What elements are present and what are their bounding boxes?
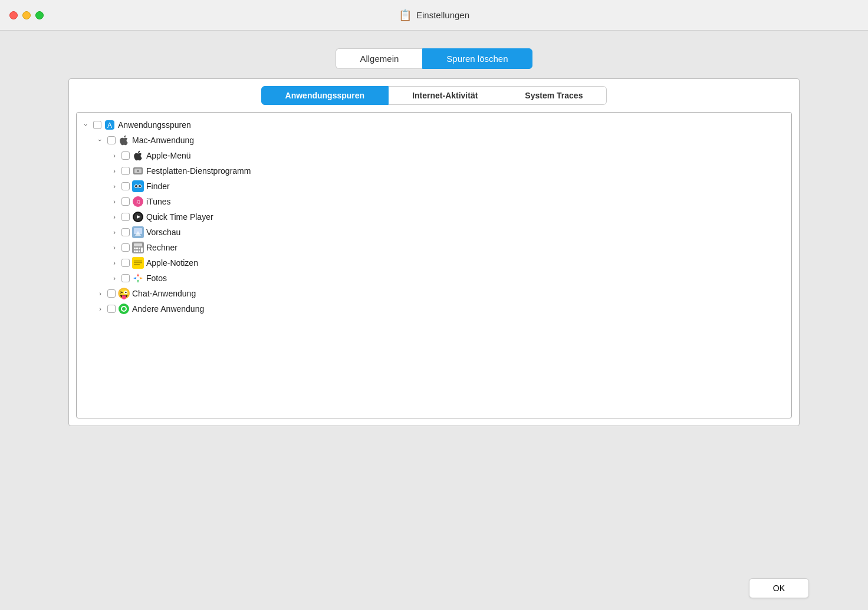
tree-row-fotos: › Fotos	[79, 271, 789, 286]
svg-rect-19	[134, 243, 142, 246]
tree-row-chat: › 😜 Chat-Anwendung	[79, 286, 789, 301]
icon-quicktime	[132, 211, 144, 223]
minimize-button[interactable]	[22, 11, 31, 19]
svg-point-32	[136, 276, 140, 280]
tree-row-finder: › Finder	[79, 179, 789, 194]
icon-fotos	[132, 272, 144, 284]
titlebar: 📋 Einstellungen	[0, 0, 868, 31]
icon-andere	[118, 303, 130, 315]
ok-button[interactable]: OK	[749, 578, 809, 598]
title-icon: 📋	[399, 9, 412, 22]
tree-row-mac: › Mac-Anwendung	[79, 133, 789, 148]
tree-row-notizen: › Apple-Notizen	[79, 255, 789, 271]
label-rechner: Rechner	[146, 243, 177, 252]
close-button[interactable]	[9, 11, 18, 19]
icon-festplatten	[132, 165, 144, 177]
tree-row-vorschau: › Vorschau	[79, 225, 789, 240]
tree-row-andere: › Andere Anwendung	[79, 301, 789, 316]
chevron-chat[interactable]: ›	[96, 289, 105, 298]
chevron-vorschau[interactable]: ›	[110, 227, 119, 237]
label-mac: Mac-Anwendung	[132, 136, 194, 145]
tree-row-festplatten: › Festplatten-Dienstprogramm	[79, 163, 789, 179]
chevron-quicktime[interactable]: ›	[110, 212, 119, 222]
main-panel: Anwendungsspuren Internet-Aktivität Syst…	[68, 78, 800, 426]
svg-rect-22	[139, 248, 140, 249]
checkbox-quicktime[interactable]	[121, 213, 130, 221]
sub-tab-internet[interactable]: Internet-Aktivität	[389, 86, 501, 105]
svg-point-8	[135, 185, 137, 187]
tree-row-itunes: › ♫ iTunes	[79, 194, 789, 209]
svg-rect-24	[136, 250, 138, 252]
checkbox-fotos[interactable]	[121, 274, 130, 282]
svg-point-35	[122, 307, 126, 311]
icon-apple-menu	[132, 150, 144, 161]
icon-chat: 😜	[118, 288, 130, 299]
window-title: 📋 Einstellungen	[399, 9, 469, 22]
footer: OK	[0, 566, 868, 610]
checkbox-root[interactable]	[93, 121, 101, 129]
icon-anwendungsspuren: A	[104, 119, 116, 131]
tab-allgemein[interactable]: Allgemein	[336, 48, 422, 69]
chevron-mac[interactable]: ›	[96, 136, 105, 145]
svg-rect-20	[134, 248, 136, 249]
label-andere: Andere Anwendung	[132, 304, 204, 314]
sub-tabs: Anwendungsspuren Internet-Aktivität Syst…	[76, 86, 792, 105]
checkbox-mac[interactable]	[107, 136, 116, 144]
checkbox-chat[interactable]	[107, 289, 116, 298]
tree-row-root: › A Anwendungsspuren	[79, 117, 789, 133]
svg-rect-23	[134, 250, 136, 252]
checkbox-notizen[interactable]	[121, 259, 130, 267]
chevron-andere[interactable]: ›	[96, 304, 105, 314]
checkbox-vorschau[interactable]	[121, 228, 130, 236]
icon-itunes: ♫	[132, 196, 144, 207]
svg-rect-28	[134, 261, 142, 262]
icon-rechner	[132, 242, 144, 253]
top-tabs: Allgemein Spuren löschen	[336, 48, 532, 69]
chevron-rechner[interactable]: ›	[110, 243, 119, 252]
svg-rect-26	[141, 248, 143, 252]
chevron-notizen[interactable]: ›	[110, 258, 119, 268]
tree-row-quicktime: › Quick Time Player	[79, 209, 789, 225]
tab-spuren[interactable]: Spuren löschen	[422, 48, 532, 69]
label-chat: Chat-Anwendung	[132, 289, 196, 298]
svg-point-9	[139, 185, 141, 187]
sub-tab-anwendungsspuren[interactable]: Anwendungsspuren	[261, 86, 389, 105]
chevron-itunes[interactable]: ›	[110, 197, 119, 206]
label-anwendungsspuren: Anwendungsspuren	[118, 120, 191, 130]
label-vorschau: Vorschau	[146, 227, 180, 237]
label-finder: Finder	[146, 182, 170, 191]
icon-notizen	[132, 257, 144, 269]
checkbox-finder[interactable]	[121, 182, 130, 190]
chevron-fotos[interactable]: ›	[110, 273, 119, 283]
chevron-festplatten[interactable]: ›	[110, 166, 119, 176]
svg-rect-21	[136, 248, 138, 249]
checkbox-itunes[interactable]	[121, 197, 130, 206]
svg-rect-30	[134, 264, 140, 265]
svg-rect-29	[134, 262, 142, 263]
tree-container: › A Anwendungsspuren ›	[76, 112, 792, 418]
maximize-button[interactable]	[35, 11, 44, 19]
checkbox-apple-menu[interactable]	[121, 151, 130, 160]
svg-text:♫: ♫	[136, 198, 140, 205]
traffic-lights	[9, 11, 44, 19]
icon-mac	[118, 134, 130, 146]
chevron-apple-menu[interactable]: ›	[110, 151, 119, 160]
label-fotos: Fotos	[146, 273, 167, 283]
icon-finder	[132, 180, 144, 192]
title-text: Einstellungen	[416, 10, 469, 20]
tree-row-rechner: › Rechner	[79, 240, 789, 255]
chevron-finder[interactable]: ›	[110, 182, 119, 191]
sub-tab-system[interactable]: System Traces	[501, 86, 607, 105]
tree-row-apple-menu: › Apple-Menü	[79, 148, 789, 163]
checkbox-festplatten[interactable]	[121, 167, 130, 175]
svg-text:A: A	[107, 121, 112, 130]
icon-vorschau	[132, 226, 144, 238]
label-notizen: Apple-Notizen	[146, 258, 198, 268]
label-apple-menu: Apple-Menü	[146, 151, 191, 160]
checkbox-andere[interactable]	[107, 305, 116, 313]
label-itunes: iTunes	[146, 197, 171, 206]
main-content: Allgemein Spuren löschen Anwendungsspure…	[0, 31, 868, 610]
label-festplatten: Festplatten-Dienstprogramm	[146, 166, 251, 176]
checkbox-rechner[interactable]	[121, 243, 130, 252]
chevron-root[interactable]: ›	[81, 120, 91, 130]
